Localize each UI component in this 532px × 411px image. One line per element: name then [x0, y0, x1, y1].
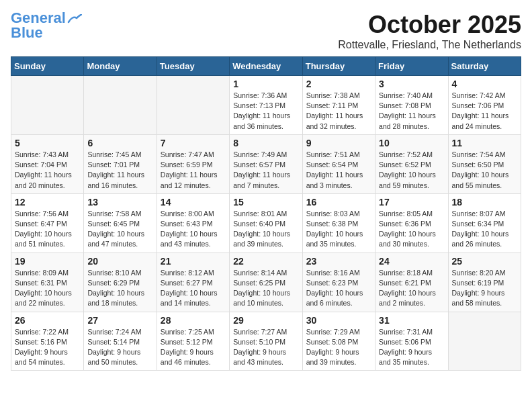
day-info: Sunrise: 7:42 AM Sunset: 7:06 PM Dayligh…: [452, 91, 517, 132]
day-number: 15: [233, 197, 298, 208]
calendar-cell: 25Sunrise: 8:20 AM Sunset: 6:19 PM Dayli…: [448, 253, 521, 312]
calendar-cell: 2Sunrise: 7:38 AM Sunset: 7:11 PM Daylig…: [302, 76, 375, 135]
day-number: 30: [306, 315, 371, 326]
day-number: 14: [161, 197, 226, 208]
day-info: Sunrise: 7:54 AM Sunset: 6:50 PM Dayligh…: [452, 150, 517, 191]
day-info: Sunrise: 7:25 AM Sunset: 5:12 PM Dayligh…: [161, 327, 226, 368]
weekday-header: Sunday: [11, 57, 84, 76]
calendar-cell: 13Sunrise: 7:58 AM Sunset: 6:45 PM Dayli…: [84, 193, 157, 253]
day-info: Sunrise: 8:09 AM Sunset: 6:31 PM Dayligh…: [15, 268, 80, 309]
calendar-cell: 10Sunrise: 7:52 AM Sunset: 6:52 PM Dayli…: [375, 134, 448, 193]
weekday-header: Wednesday: [230, 57, 302, 76]
calendar-cell: 7Sunrise: 7:47 AM Sunset: 6:59 PM Daylig…: [157, 134, 229, 193]
calendar-cell: 1Sunrise: 7:36 AM Sunset: 7:13 PM Daylig…: [230, 76, 302, 135]
day-info: Sunrise: 8:01 AM Sunset: 6:40 PM Dayligh…: [233, 209, 298, 250]
calendar-cell: 6Sunrise: 7:45 AM Sunset: 7:01 PM Daylig…: [84, 134, 157, 193]
day-info: Sunrise: 7:29 AM Sunset: 5:08 PM Dayligh…: [306, 327, 371, 368]
day-number: 31: [379, 315, 444, 326]
day-number: 3: [379, 79, 444, 89]
calendar-cell: 20Sunrise: 8:10 AM Sunset: 6:29 PM Dayli…: [84, 253, 157, 312]
day-info: Sunrise: 7:56 AM Sunset: 6:47 PM Dayligh…: [15, 209, 80, 250]
calendar-cell: [84, 76, 157, 135]
day-number: 27: [87, 315, 152, 326]
day-number: 4: [452, 79, 517, 89]
calendar-week-row: 12Sunrise: 7:56 AM Sunset: 6:47 PM Dayli…: [11, 193, 521, 253]
page-header: General Blue October 2025 Rottevalle, Fr…: [11, 11, 521, 51]
calendar-week-row: 26Sunrise: 7:22 AM Sunset: 5:16 PM Dayli…: [11, 312, 521, 371]
day-info: Sunrise: 7:40 AM Sunset: 7:08 PM Dayligh…: [379, 91, 444, 132]
calendar-cell: 8Sunrise: 7:49 AM Sunset: 6:57 PM Daylig…: [230, 134, 302, 193]
day-number: 1: [233, 79, 298, 89]
day-number: 18: [452, 197, 517, 208]
calendar-cell: 23Sunrise: 8:16 AM Sunset: 6:23 PM Dayli…: [302, 253, 375, 312]
day-info: Sunrise: 7:38 AM Sunset: 7:11 PM Dayligh…: [306, 91, 371, 132]
weekday-header: Thursday: [302, 57, 375, 76]
day-info: Sunrise: 8:14 AM Sunset: 6:25 PM Dayligh…: [233, 268, 298, 309]
day-info: Sunrise: 7:31 AM Sunset: 5:06 PM Dayligh…: [379, 327, 444, 368]
logo-bird-icon: [67, 14, 82, 25]
day-info: Sunrise: 7:24 AM Sunset: 5:14 PM Dayligh…: [87, 327, 152, 368]
day-number: 5: [15, 138, 80, 148]
calendar-week-row: 1Sunrise: 7:36 AM Sunset: 7:13 PM Daylig…: [11, 76, 521, 135]
day-number: 9: [306, 138, 371, 148]
weekday-header: Tuesday: [157, 57, 229, 76]
calendar-cell: 30Sunrise: 7:29 AM Sunset: 5:08 PM Dayli…: [302, 312, 375, 371]
day-info: Sunrise: 8:10 AM Sunset: 6:29 PM Dayligh…: [87, 268, 152, 309]
day-info: Sunrise: 7:47 AM Sunset: 6:59 PM Dayligh…: [161, 150, 226, 191]
day-info: Sunrise: 7:45 AM Sunset: 7:01 PM Dayligh…: [87, 150, 152, 191]
month-title: October 2025: [338, 11, 521, 39]
calendar-week-row: 19Sunrise: 8:09 AM Sunset: 6:31 PM Dayli…: [11, 253, 521, 312]
day-info: Sunrise: 8:18 AM Sunset: 6:21 PM Dayligh…: [379, 268, 444, 309]
calendar-cell: 31Sunrise: 7:31 AM Sunset: 5:06 PM Dayli…: [375, 312, 448, 371]
logo-text: General Blue: [11, 11, 66, 40]
calendar-cell: 21Sunrise: 8:12 AM Sunset: 6:27 PM Dayli…: [157, 253, 229, 312]
day-number: 23: [306, 256, 371, 267]
day-info: Sunrise: 8:12 AM Sunset: 6:27 PM Dayligh…: [161, 268, 226, 309]
day-number: 28: [161, 315, 226, 326]
day-number: 24: [379, 256, 444, 267]
weekday-header: Saturday: [448, 57, 521, 76]
calendar-cell: 11Sunrise: 7:54 AM Sunset: 6:50 PM Dayli…: [448, 134, 521, 193]
day-info: Sunrise: 8:20 AM Sunset: 6:19 PM Dayligh…: [452, 268, 517, 309]
day-number: 8: [233, 138, 298, 148]
calendar-cell: [157, 76, 229, 135]
calendar-cell: 9Sunrise: 7:51 AM Sunset: 6:54 PM Daylig…: [302, 134, 375, 193]
day-number: 6: [87, 138, 152, 148]
weekday-header: Monday: [84, 57, 157, 76]
calendar-cell: 14Sunrise: 8:00 AM Sunset: 6:43 PM Dayli…: [157, 193, 229, 253]
calendar-table: SundayMondayTuesdayWednesdayThursdayFrid…: [11, 56, 521, 371]
day-info: Sunrise: 8:03 AM Sunset: 6:38 PM Dayligh…: [306, 209, 371, 250]
calendar-cell: 24Sunrise: 8:18 AM Sunset: 6:21 PM Dayli…: [375, 253, 448, 312]
day-info: Sunrise: 7:27 AM Sunset: 5:10 PM Dayligh…: [233, 327, 298, 368]
day-info: Sunrise: 7:58 AM Sunset: 6:45 PM Dayligh…: [87, 209, 152, 250]
calendar-cell: 4Sunrise: 7:42 AM Sunset: 7:06 PM Daylig…: [448, 76, 521, 135]
day-number: 22: [233, 256, 298, 267]
calendar-cell: 3Sunrise: 7:40 AM Sunset: 7:08 PM Daylig…: [375, 76, 448, 135]
day-number: 16: [306, 197, 371, 208]
day-number: 13: [87, 197, 152, 208]
title-block: October 2025 Rottevalle, Friesland, The …: [338, 11, 521, 51]
calendar-week-row: 5Sunrise: 7:43 AM Sunset: 7:04 PM Daylig…: [11, 134, 521, 193]
day-info: Sunrise: 7:43 AM Sunset: 7:04 PM Dayligh…: [15, 150, 80, 191]
calendar-cell: 17Sunrise: 8:05 AM Sunset: 6:36 PM Dayli…: [375, 193, 448, 253]
day-info: Sunrise: 7:51 AM Sunset: 6:54 PM Dayligh…: [306, 150, 371, 191]
calendar-cell: 5Sunrise: 7:43 AM Sunset: 7:04 PM Daylig…: [11, 134, 84, 193]
calendar-cell: 28Sunrise: 7:25 AM Sunset: 5:12 PM Dayli…: [157, 312, 229, 371]
day-number: 10: [379, 138, 444, 148]
calendar-cell: 15Sunrise: 8:01 AM Sunset: 6:40 PM Dayli…: [230, 193, 302, 253]
calendar-cell: 18Sunrise: 8:07 AM Sunset: 6:34 PM Dayli…: [448, 193, 521, 253]
day-info: Sunrise: 8:16 AM Sunset: 6:23 PM Dayligh…: [306, 268, 371, 309]
calendar-cell: [11, 76, 84, 135]
calendar-cell: 16Sunrise: 8:03 AM Sunset: 6:38 PM Dayli…: [302, 193, 375, 253]
day-number: 20: [87, 256, 152, 267]
day-number: 12: [15, 197, 80, 208]
calendar-cell: [448, 312, 521, 371]
day-info: Sunrise: 8:00 AM Sunset: 6:43 PM Dayligh…: [161, 209, 226, 250]
calendar-cell: 22Sunrise: 8:14 AM Sunset: 6:25 PM Dayli…: [230, 253, 302, 312]
day-number: 26: [15, 315, 80, 326]
day-info: Sunrise: 7:52 AM Sunset: 6:52 PM Dayligh…: [379, 150, 444, 191]
calendar-cell: 12Sunrise: 7:56 AM Sunset: 6:47 PM Dayli…: [11, 193, 84, 253]
day-info: Sunrise: 8:05 AM Sunset: 6:36 PM Dayligh…: [379, 209, 444, 250]
day-info: Sunrise: 7:49 AM Sunset: 6:57 PM Dayligh…: [233, 150, 298, 191]
day-number: 19: [15, 256, 80, 267]
